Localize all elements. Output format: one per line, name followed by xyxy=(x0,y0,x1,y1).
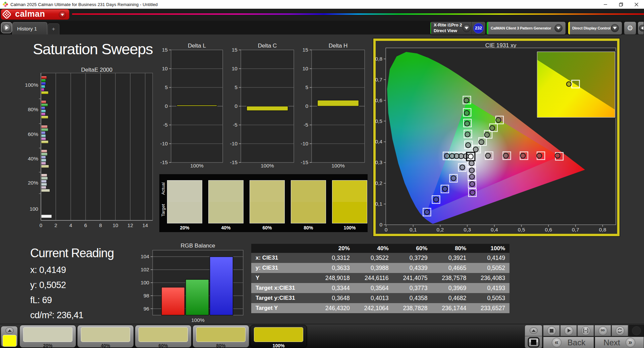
text: 0 xyxy=(305,103,308,109)
table-cell: 0,3648 xyxy=(315,293,354,303)
stop-button[interactable] xyxy=(543,325,560,336)
chevron-down-icon xyxy=(465,27,469,29)
patch-button-20%[interactable]: 20% xyxy=(19,325,76,348)
text: 14 xyxy=(142,222,148,228)
settings-button[interactable]: ⚙ xyxy=(624,21,636,35)
rect xyxy=(531,340,536,345)
rgb-bar-green xyxy=(186,279,209,315)
text: 0,1 xyxy=(375,201,382,207)
patch-list-collapse-button[interactable] xyxy=(5,328,14,334)
text: 0 xyxy=(385,227,388,232)
cie1931-chart: CIE 1931 xy000,10,10,20,20,30,30,40,40,5… xyxy=(373,38,620,236)
brand-name: calman xyxy=(15,9,45,19)
calman-logo-icon xyxy=(1,9,12,19)
chevron-down-icon xyxy=(61,14,64,16)
step-button[interactable] xyxy=(577,325,594,336)
meter-dropdown[interactable]: X-Rite i1Pro 2 Direct View 232 xyxy=(430,21,486,35)
loop-button[interactable]: ∞ xyxy=(594,325,611,336)
rect xyxy=(42,135,46,135)
rect xyxy=(3,3,5,6)
current-reading-value: cd/m²: 236,41 xyxy=(30,310,114,321)
text: 10 xyxy=(232,66,238,71)
table-header-80%: 80% xyxy=(432,244,471,253)
meter-name: X-Rite i1Pro 2 xyxy=(434,22,462,28)
text: 0,6 xyxy=(545,227,552,232)
patch-label: 100% xyxy=(251,343,307,348)
swatch-label: 80% xyxy=(291,225,326,230)
meter-reading-badge[interactable]: 232 xyxy=(473,23,484,33)
play-icon xyxy=(568,329,571,333)
div-ddlabel: X-Rite i1Pro 2 Direct View xyxy=(431,22,462,34)
text: 96 xyxy=(144,306,149,311)
brand-menu-arrow xyxy=(59,11,66,18)
table-header-20%: 20% xyxy=(315,244,354,253)
cie-measured-magenta xyxy=(470,190,475,195)
span-circ xyxy=(547,326,556,335)
circle xyxy=(586,330,587,331)
text: 0,7 xyxy=(375,77,382,82)
meter-dropdown-arrow[interactable] xyxy=(463,24,471,32)
current-reading-value: x: 0,4149 xyxy=(30,265,114,275)
text: 102 xyxy=(141,267,149,272)
delta_l-bar xyxy=(177,105,217,106)
indicator-circle-icon xyxy=(632,326,641,335)
patch-button-100%[interactable]: 100% xyxy=(250,325,307,348)
div-winbtns xyxy=(598,0,644,9)
path xyxy=(587,329,588,332)
next-button[interactable]: Next » xyxy=(595,337,644,348)
tab-nav-button[interactable] xyxy=(1,22,12,33)
text: -15 xyxy=(230,159,237,165)
chevrons-left-icon: « xyxy=(552,338,561,347)
cie-measured-green xyxy=(466,143,471,148)
swatch-label: 100% xyxy=(332,225,367,230)
text: 0 xyxy=(165,103,168,109)
table-cell: 0,4682 xyxy=(432,293,471,303)
refresh-button[interactable] xyxy=(611,325,628,336)
patch-button-40%[interactable]: 40% xyxy=(77,325,134,348)
patch-button-60%[interactable]: 60% xyxy=(135,325,192,348)
current-patch-swatch[interactable] xyxy=(3,335,16,347)
cie-measured-green xyxy=(465,132,470,137)
text: 0,5 xyxy=(375,118,382,124)
text: 0 xyxy=(40,222,42,228)
text: -15 xyxy=(160,159,168,165)
table-cell: 0,4358 xyxy=(393,293,432,303)
minimize-button[interactable] xyxy=(598,0,613,9)
tab-history-1[interactable]: History 1 xyxy=(12,22,47,34)
table-row-label: Target Y xyxy=(251,303,315,313)
play-button[interactable] xyxy=(560,325,577,336)
pattern-up-button[interactable] xyxy=(525,325,542,336)
close-button[interactable] xyxy=(629,0,644,9)
minimize-icon xyxy=(603,2,607,6)
pattern-window-button[interactable] xyxy=(525,336,542,348)
patch-button-80%[interactable]: 80% xyxy=(193,325,249,348)
rect xyxy=(42,165,49,166)
quick-patch-panel xyxy=(1,326,18,347)
delta_h-bar xyxy=(317,100,359,106)
add-tab-button[interactable]: + xyxy=(48,23,59,34)
pattern-generator-dropdown[interactable]: CalMAN Client 3 Pattern Generator xyxy=(486,21,566,35)
maximize-button[interactable] xyxy=(613,0,629,9)
table-cell: 248,9018 xyxy=(315,273,354,283)
calman-menu-button[interactable]: calman xyxy=(1,9,69,20)
text: 5 xyxy=(165,84,168,90)
display-control-dropdown[interactable]: Direct Display Control xyxy=(568,21,622,35)
text: 8 xyxy=(99,222,102,228)
text: 2 xyxy=(54,222,57,228)
text: 100% xyxy=(261,163,274,168)
rect xyxy=(42,129,48,129)
swatch-target-40% xyxy=(209,202,243,223)
delta_l-chart: 151050-5-10-15Delta L100% xyxy=(160,43,223,168)
back-button[interactable]: « Back xyxy=(543,337,594,348)
collapse-panel-button[interactable] xyxy=(638,21,644,35)
swatch-label: 20% xyxy=(167,225,202,230)
rect xyxy=(6,3,8,6)
text: 98 xyxy=(144,293,149,298)
table-cell: 244,6116 xyxy=(354,273,393,283)
display-control-dropdown-arrow[interactable] xyxy=(611,24,619,32)
pattern-generator-dropdown-arrow[interactable] xyxy=(554,24,562,32)
cie-measured-blue xyxy=(425,210,430,215)
rect xyxy=(42,101,46,101)
swatch-actual-60% xyxy=(250,181,284,202)
text: 12 xyxy=(127,222,133,228)
